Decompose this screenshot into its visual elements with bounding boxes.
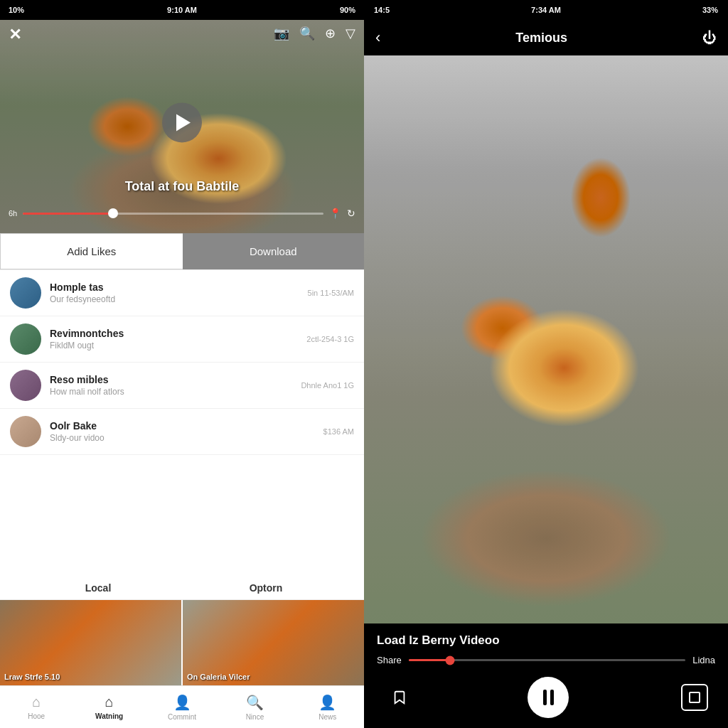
action-buttons: Adid Likes Download bbox=[0, 233, 364, 270]
video-section-left: ✕ 📷 🔍 ⊕ ▽ Total at fou Babtile 6h 📍 ↻ bbox=[0, 20, 364, 233]
feed-content-2: Revimnontches FikldM ougt bbox=[50, 328, 298, 350]
progress-track[interactable] bbox=[23, 213, 323, 215]
feed-name-4: Oolr Bake bbox=[50, 420, 315, 432]
camera-icon[interactable]: 📷 bbox=[274, 26, 289, 41]
feed-list: Homple tas Our fedsyneeoftd 5in 11-53/AM… bbox=[0, 270, 364, 577]
signal-left: 10% bbox=[9, 6, 24, 14]
watching-icon: ⌂ bbox=[105, 694, 114, 710]
feed-content-3: Reso mibles How mali nolf atlors bbox=[50, 374, 292, 397]
progress-extra-icons: 📍 ↻ bbox=[329, 208, 355, 219]
lidna-label: Lidna bbox=[692, 655, 715, 665]
feed-desc-1: Our fedsyneeoftd bbox=[50, 294, 299, 304]
left-panel: 10% 9:10 AM 90% ✕ 📷 🔍 ⊕ ▽ Total at fou B… bbox=[0, 0, 364, 728]
nav-home[interactable]: ⌂ Hooe bbox=[0, 686, 73, 728]
video-progress-bar[interactable]: 6h 📍 ↻ bbox=[9, 208, 355, 219]
search-nav-icon: 🔍 bbox=[246, 694, 264, 711]
nav-news-label: News bbox=[318, 713, 336, 721]
feed-meta-3: Dhnle Ano1 1G bbox=[301, 381, 354, 390]
comment-icon: 👤 bbox=[173, 694, 191, 711]
add-icon[interactable]: ⊕ bbox=[325, 26, 336, 41]
feed-meta-1: 5in 11-53/AM bbox=[308, 289, 354, 297]
video-title-left: Total at fou Babtile bbox=[0, 179, 364, 194]
nav-watching[interactable]: ⌂ Watning bbox=[73, 686, 145, 728]
share-label: Share bbox=[377, 655, 402, 665]
feed-desc-3: How mali nolf atlors bbox=[50, 387, 292, 397]
nav-search[interactable]: 🔍 Nince bbox=[218, 686, 291, 728]
nav-search-label: Nince bbox=[246, 713, 264, 721]
loop-icon[interactable]: ↻ bbox=[347, 208, 355, 219]
nav-comment[interactable]: 👤 Commint bbox=[146, 686, 218, 728]
download-button[interactable]: Download bbox=[183, 233, 365, 269]
thumbnail-2[interactable]: On Galeria Vilcer bbox=[183, 600, 364, 685]
back-button[interactable]: ‹ bbox=[375, 28, 380, 47]
nav-home-label: Hooe bbox=[28, 712, 45, 720]
video-section-right[interactable] bbox=[364, 55, 728, 623]
progress-thumb-right[interactable] bbox=[446, 655, 455, 665]
feed-item-3[interactable]: Reso mibles How mali nolf atlors Dhnle A… bbox=[0, 363, 364, 409]
location-icon[interactable]: 📍 bbox=[329, 208, 341, 219]
thumbnails-row: Lraw Strfe 5.10 On Galeria Vilcer bbox=[0, 600, 364, 685]
feed-meta-4: $136 AM bbox=[323, 427, 354, 436]
news-icon: 👤 bbox=[318, 694, 336, 711]
avatar-3 bbox=[10, 370, 41, 401]
video-duration: 6h bbox=[9, 209, 17, 218]
pause-bar-1 bbox=[543, 690, 547, 705]
pause-bar-2 bbox=[550, 690, 554, 705]
search-icon[interactable]: 🔍 bbox=[299, 26, 315, 41]
feed-name-2: Revimnontches bbox=[50, 328, 298, 339]
bottom-nav-left: ⌂ Hooe ⌂ Watning 👤 Commint 🔍 Nince 👤 New… bbox=[0, 685, 364, 728]
screen-icon bbox=[689, 692, 700, 703]
feed-content-4: Oolr Bake Sldy-our vidoo bbox=[50, 420, 315, 443]
pause-button[interactable] bbox=[528, 677, 569, 718]
progress-fill bbox=[23, 213, 113, 215]
nav-comment-label: Commint bbox=[168, 713, 196, 721]
thumb-label-1: Lraw Strfe 5.10 bbox=[4, 673, 60, 681]
video-overlay-right bbox=[364, 55, 728, 623]
header-right: ‹ Temious ⏻ bbox=[364, 20, 728, 55]
feed-desc-4: Sldy-our vidoo bbox=[50, 433, 315, 443]
video-top-icons: 📷 🔍 ⊕ ▽ bbox=[274, 26, 355, 41]
add-likes-button[interactable]: Adid Likes bbox=[0, 233, 183, 269]
feed-desc-2: FikldM ougt bbox=[50, 341, 298, 350]
feed-item-2[interactable]: Revimnontches FikldM ougt 2ctl-254-3 1G bbox=[0, 316, 364, 363]
nav-news[interactable]: 👤 News bbox=[291, 686, 364, 728]
status-bar-right: 14:5 7:34 AM 33% bbox=[364, 0, 728, 20]
feed-name-1: Homple tas bbox=[50, 282, 299, 293]
pause-icon bbox=[543, 690, 554, 705]
progress-fill-right bbox=[409, 659, 450, 661]
feed-content-1: Homple tas Our fedsyneeoftd bbox=[50, 282, 299, 304]
progress-thumb[interactable] bbox=[108, 208, 118, 218]
filter-icon[interactable]: ▽ bbox=[346, 26, 355, 41]
section-tabs: Local Optorn bbox=[0, 577, 364, 600]
signal-right: 14:5 bbox=[374, 6, 390, 14]
tab-option[interactable]: Optorn bbox=[182, 582, 350, 594]
progress-track-right[interactable] bbox=[409, 659, 685, 661]
avatar-4 bbox=[10, 416, 41, 447]
thumb-label-2: On Galeria Vilcer bbox=[187, 673, 250, 681]
bookmark-button[interactable] bbox=[384, 682, 415, 713]
feed-name-3: Reso mibles bbox=[50, 374, 292, 385]
avatar-2 bbox=[10, 323, 41, 355]
feed-item-1[interactable]: Homple tas Our fedsyneeoftd 5in 11-53/AM bbox=[0, 270, 364, 316]
thumbnail-1[interactable]: Lraw Strfe 5.10 bbox=[0, 600, 181, 685]
playback-controls bbox=[377, 677, 715, 718]
home-icon: ⌂ bbox=[32, 694, 41, 710]
nav-watching-label: Watning bbox=[95, 712, 123, 720]
screen-button[interactable] bbox=[681, 684, 708, 711]
feed-meta-2: 2ctl-254-3 1G bbox=[306, 335, 354, 343]
header-title-right: Temious bbox=[515, 31, 567, 46]
right-panel: 14:5 7:34 AM 33% ‹ Temious ⏻ Load lz Ber… bbox=[364, 0, 728, 728]
play-button[interactable] bbox=[162, 102, 202, 142]
time-right: 7:34 AM bbox=[531, 6, 561, 14]
feed-item-4[interactable]: Oolr Bake Sldy-our vidoo $136 AM bbox=[0, 409, 364, 455]
battery-right: 33% bbox=[702, 6, 718, 14]
avatar-1 bbox=[10, 277, 41, 309]
power-button[interactable]: ⏻ bbox=[702, 30, 717, 46]
battery-left: 90% bbox=[340, 6, 355, 14]
video-title-right: Load lz Berny Videoo bbox=[377, 633, 715, 648]
close-button[interactable]: ✕ bbox=[9, 26, 21, 44]
progress-row-right: Share Lidna bbox=[377, 655, 715, 665]
tab-local[interactable]: Local bbox=[14, 582, 182, 594]
bottom-controls-right: Load lz Berny Videoo Share Lidna bbox=[364, 623, 728, 728]
status-bar-left: 10% 9:10 AM 90% bbox=[0, 0, 364, 20]
